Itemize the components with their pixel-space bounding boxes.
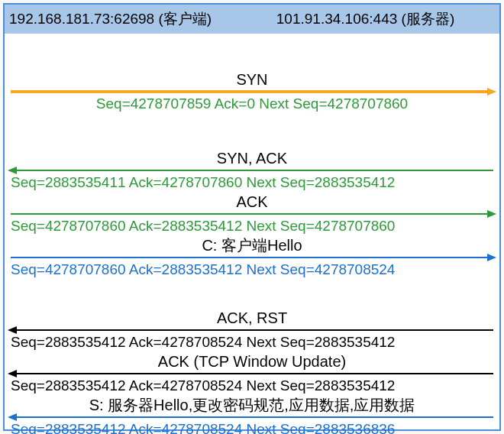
flow-row: SYNSeq=4278707859 Ack=0 Next Seq=4278707…: [5, 70, 499, 112]
flow-row: ACK, RSTSeq=2883535412 Ack=4278708524 Ne…: [5, 309, 499, 351]
flow-label: ACK (TCP Window Update): [5, 352, 499, 371]
flow-seq-ack: Seq=4278707859 Ack=0 Next Seq=4278707860: [5, 96, 499, 112]
client-endpoint: 192.168.181.73:62698 (客户端): [9, 9, 276, 29]
flow-row: ACKSeq=4278707860 Ack=2883535412 Next Se…: [5, 193, 499, 235]
flow-seq-ack: Seq=4278707860 Ack=2883535412 Next Seq=4…: [5, 261, 499, 278]
flow-row: C: 客户端HelloSeq=4278707860 Ack=2883535412…: [5, 236, 499, 278]
arrow-left-icon: [9, 328, 495, 332]
arrow-left-icon: [9, 371, 495, 376]
flow-seq-ack: Seq=4278707860 Ack=2883535412 Next Seq=4…: [5, 218, 499, 235]
flow-list: SYNSeq=4278707859 Ack=0 Next Seq=4278707…: [5, 34, 499, 434]
flow-seq-ack: Seq=2883535412 Ack=4278708524 Next Seq=2…: [5, 421, 499, 434]
arrow-right-icon: [9, 255, 495, 260]
flow-seq-ack: Seq=2883535412 Ack=4278708524 Next Seq=2…: [5, 334, 499, 351]
endpoints-header: 192.168.181.73:62698 (客户端) 101.91.34.106…: [5, 5, 499, 34]
flow-label: ACK, RST: [5, 309, 499, 327]
flow-label: C: 客户端Hello: [5, 236, 499, 254]
tcp-flow-diagram: 192.168.181.73:62698 (客户端) 101.91.34.106…: [3, 3, 501, 431]
flow-row: ACK (TCP Window Update)Seq=2883535412 Ac…: [5, 352, 499, 394]
spacer: [5, 280, 499, 309]
flow-row: SYN, ACKSeq=2883535411 Ack=4278707860 Ne…: [5, 149, 499, 191]
arrow-left-icon: [9, 415, 495, 419]
flow-label: SYN, ACK: [5, 149, 499, 167]
arrow-left-icon: [9, 168, 495, 173]
server-endpoint: 101.91.34.106:443 (服务器): [276, 9, 495, 29]
flow-label: SYN: [5, 70, 499, 89]
arrow-right-icon: [9, 89, 495, 94]
spacer: [5, 114, 499, 149]
arrow-right-icon: [9, 212, 495, 216]
flow-seq-ack: Seq=2883535411 Ack=4278707860 Next Seq=2…: [5, 174, 499, 191]
flow-label: ACK: [5, 193, 499, 211]
flow-seq-ack: Seq=2883535412 Ack=4278708524 Next Seq=2…: [5, 377, 499, 394]
flow-row: S: 服务器Hello,更改密码规范,应用数据,应用数据Seq=28835354…: [5, 396, 499, 434]
flow-label: S: 服务器Hello,更改密码规范,应用数据,应用数据: [5, 396, 499, 414]
